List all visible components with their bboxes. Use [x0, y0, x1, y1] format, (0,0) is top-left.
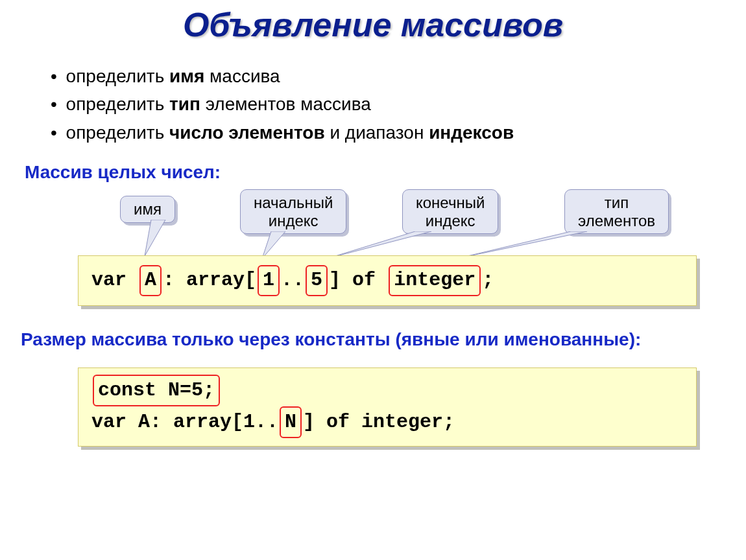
- svg-marker-3: [457, 231, 587, 259]
- text: определить: [66, 66, 169, 86]
- code-text: var A: array[1..: [91, 411, 278, 433]
- callout-line1: начальный: [254, 194, 333, 211]
- text: элементов массива: [200, 94, 371, 114]
- callout-start: начальныйиндекс: [240, 189, 346, 234]
- callout-line2: элементов: [578, 212, 655, 229]
- callout-line1: тип: [605, 194, 629, 211]
- highlight-end: 5: [306, 265, 328, 296]
- callout-line2: индекс: [426, 212, 475, 229]
- highlight-n: N: [280, 406, 302, 438]
- text: определить: [66, 94, 169, 114]
- svg-marker-0: [145, 220, 165, 256]
- code-example-1: var A: array[1..5] of integer;: [78, 255, 697, 306]
- callout-tail-icon: [139, 220, 178, 257]
- code-text: ;: [482, 269, 494, 291]
- bold-text: индексов: [429, 122, 514, 143]
- highlight-const: const N=5;: [93, 375, 220, 406]
- callout-type: типэлементов: [564, 189, 669, 234]
- callout-name: имя: [120, 196, 175, 223]
- text: определить: [66, 122, 169, 143]
- bullet-item: определить имя массива: [51, 62, 746, 90]
- svg-marker-1: [262, 231, 285, 259]
- callout-line2: индекс: [269, 212, 319, 229]
- highlight-name: A: [139, 265, 162, 296]
- bullet-item: определить тип элементов массива: [51, 90, 746, 118]
- code-text: ] of integer;: [303, 411, 455, 433]
- slide-title: Объявление массивов: [0, 5, 746, 44]
- text: и диапазон: [325, 122, 429, 143]
- code-example-2: const N=5; var A: array[1..N] of integer…: [78, 368, 697, 447]
- bold-text: тип: [169, 94, 200, 114]
- code-text: ..: [281, 269, 304, 291]
- subheading-1: Массив целых чисел:: [25, 162, 746, 183]
- bullet-item: определить число элементов и диапазон ин…: [51, 119, 746, 146]
- code-text: ] of: [329, 269, 387, 291]
- text: массива: [204, 66, 280, 86]
- bullet-list: определить имя массива определить тип эл…: [51, 62, 746, 146]
- callout-end: конечныйиндекс: [402, 189, 498, 234]
- bold-text: число элементов: [169, 122, 325, 143]
- code-text: var: [91, 269, 138, 291]
- code-text: : array[: [163, 269, 256, 291]
- callout-row: имя начальныйиндекс конечныйиндекс типэл…: [0, 189, 746, 241]
- highlight-start: 1: [258, 265, 280, 296]
- callout-line1: конечный: [416, 194, 485, 211]
- highlight-type: integer: [389, 265, 481, 296]
- svg-marker-2: [327, 231, 431, 259]
- bold-text: имя: [169, 66, 204, 86]
- subheading-2: Размер массива только через константы (я…: [21, 327, 746, 352]
